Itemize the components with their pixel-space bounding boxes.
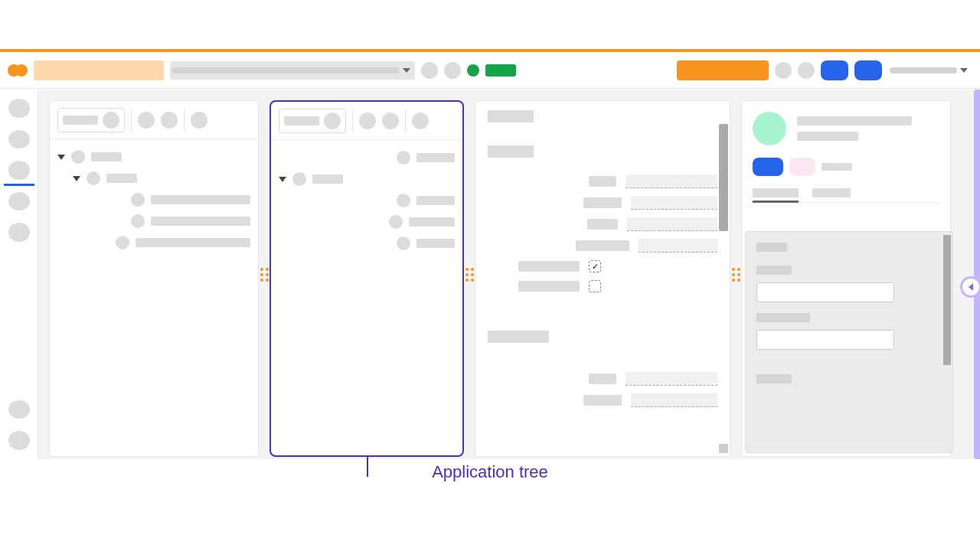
toolbar-icon[interactable] — [775, 62, 792, 79]
panel-action-icon[interactable] — [191, 112, 207, 129]
tree-node[interactable] — [57, 214, 250, 228]
panel-action-icon[interactable] — [382, 112, 399, 129]
node-icon — [397, 151, 410, 165]
action-button[interactable] — [821, 60, 848, 80]
application-tree-panel — [270, 100, 464, 457]
node-icon — [116, 236, 129, 249]
node-icon — [87, 171, 100, 185]
sidebar-item[interactable] — [8, 130, 30, 149]
action-button[interactable] — [854, 60, 882, 80]
sidebar — [0, 90, 38, 459]
text-input[interactable] — [631, 196, 717, 210]
top-bar — [0, 52, 980, 89]
form-label — [583, 395, 622, 406]
sidebar-item[interactable] — [8, 431, 30, 450]
toolbar-icon[interactable] — [444, 62, 461, 79]
tree — [50, 139, 258, 268]
resize-handle[interactable] — [260, 268, 269, 282]
avatar — [753, 112, 786, 145]
node-icon — [71, 150, 85, 164]
panel-header — [50, 101, 258, 139]
panel-action-icon[interactable] — [161, 112, 178, 129]
form-row — [488, 239, 717, 253]
tab-active[interactable] — [753, 188, 799, 197]
panel-selector[interactable] — [279, 109, 346, 133]
sidebar-item[interactable] — [8, 192, 30, 211]
node-label — [312, 174, 343, 184]
text-input[interactable] — [756, 330, 894, 350]
resize-handle[interactable] — [466, 268, 474, 282]
form-label — [518, 281, 580, 292]
sidebar-item[interactable] — [8, 223, 30, 242]
sidebar-item[interactable] — [8, 99, 30, 118]
toolbar-icon[interactable] — [421, 62, 438, 79]
node-label — [409, 217, 455, 227]
panel-action-icon[interactable] — [138, 112, 155, 129]
scrollbar-thumb[interactable] — [943, 235, 951, 365]
panel-header — [271, 102, 462, 140]
tree-node[interactable] — [57, 236, 250, 249]
text-input[interactable] — [639, 239, 717, 253]
logo — [8, 64, 28, 77]
tree-node[interactable] — [279, 215, 455, 229]
status-pill[interactable] — [789, 158, 815, 176]
status-badge — [485, 64, 516, 77]
tabs — [753, 188, 939, 203]
form-row — [488, 196, 717, 210]
node-label — [151, 217, 250, 226]
tree-node[interactable] — [57, 193, 250, 207]
callout: Application tree — [0, 462, 980, 482]
primary-action-button[interactable] — [677, 60, 769, 80]
meta-text — [822, 163, 852, 171]
form-label — [756, 266, 792, 275]
callout-label: Application tree — [432, 462, 548, 481]
tree-panel-1 — [49, 100, 259, 457]
sidebar-item[interactable] — [8, 400, 30, 419]
collapse-right-button[interactable] — [960, 276, 980, 298]
search-box[interactable] — [34, 60, 164, 80]
main-area: ✓ — [38, 90, 980, 459]
node-icon — [131, 193, 145, 207]
node-label — [91, 152, 122, 161]
resize-handle[interactable] — [732, 268, 740, 282]
text-input[interactable] — [626, 372, 717, 386]
tree-node[interactable] — [279, 236, 455, 250]
form-row — [488, 217, 717, 231]
sidebar-item-active[interactable] — [8, 161, 30, 180]
form-row — [488, 372, 717, 386]
expand-icon[interactable] — [279, 177, 286, 182]
node-label — [416, 153, 455, 162]
checkbox[interactable]: ✓ — [589, 260, 601, 272]
tree-node[interactable] — [279, 151, 455, 165]
section-title — [488, 145, 534, 158]
context-dropdown[interactable] — [170, 61, 415, 80]
details-panel — [741, 100, 951, 457]
node-icon — [292, 172, 306, 186]
text-input[interactable] — [627, 217, 717, 231]
tree-node[interactable] — [57, 171, 250, 185]
right-rail — [974, 90, 980, 459]
user-dropdown[interactable] — [888, 61, 972, 80]
section-title — [488, 331, 549, 343]
popover-label — [756, 243, 787, 252]
checkbox[interactable] — [589, 280, 601, 292]
form-label — [576, 240, 629, 251]
scrollbar-thumb[interactable] — [719, 124, 728, 231]
properties-panel: ✓ — [475, 100, 730, 457]
tab[interactable] — [812, 188, 851, 197]
toolbar-icon[interactable] — [798, 62, 815, 79]
panel-action-icon[interactable] — [412, 112, 429, 129]
text-input[interactable] — [631, 393, 717, 407]
expand-icon[interactable] — [73, 176, 80, 181]
text-input[interactable] — [626, 174, 717, 188]
workspace: ✓ — [0, 90, 980, 459]
tree-node[interactable] — [57, 150, 250, 164]
panel-selector[interactable] — [57, 108, 125, 132]
expand-icon[interactable] — [57, 155, 65, 160]
panel-action-icon[interactable] — [359, 112, 376, 129]
tree-node[interactable] — [279, 194, 455, 207]
scrollbar-icon[interactable] — [719, 444, 728, 453]
tree-node[interactable] — [279, 172, 455, 186]
status-pill[interactable] — [753, 158, 783, 176]
text-input[interactable] — [756, 282, 894, 302]
